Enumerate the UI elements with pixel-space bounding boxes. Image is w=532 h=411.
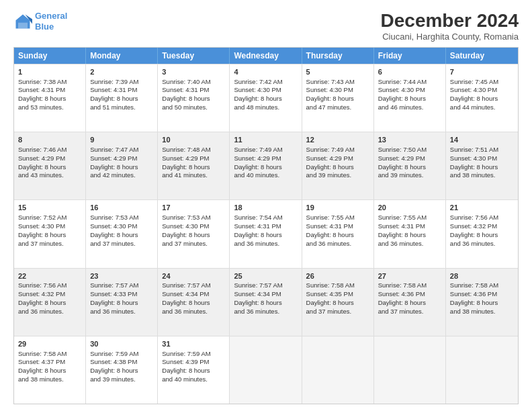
- day-info-line: Daylight: 8 hours: [234, 95, 297, 103]
- week-row-5: 29Sunrise: 7:58 AMSunset: 4:37 PMDayligh…: [14, 336, 518, 404]
- header-day-friday: Friday: [374, 48, 446, 64]
- day-number: 28: [450, 271, 514, 281]
- day-info-line: Sunrise: 7:43 AM: [306, 78, 369, 87]
- day-info-line: Daylight: 8 hours: [90, 163, 153, 172]
- day-info-line: and 42 minutes.: [90, 171, 153, 180]
- day-info-line: Sunrise: 7:53 AM: [162, 214, 225, 222]
- calendar-header: SundayMondayTuesdayWednesdayThursdayFrid…: [14, 48, 518, 64]
- header-day-tuesday: Tuesday: [158, 48, 230, 64]
- day-number: 19: [306, 203, 369, 213]
- day-number: 16: [90, 203, 153, 213]
- main-title: December 2024: [381, 11, 519, 32]
- cal-cell-20: 20Sunrise: 7:55 AMSunset: 4:31 PMDayligh…: [374, 200, 446, 267]
- day-info-line: Daylight: 8 hours: [450, 299, 514, 308]
- day-info-line: Daylight: 8 hours: [162, 163, 225, 172]
- day-info-line: Daylight: 8 hours: [90, 299, 153, 308]
- header-day-sunday: Sunday: [14, 48, 86, 64]
- day-number: 6: [378, 67, 441, 77]
- day-info-line: and 37 minutes.: [378, 308, 441, 316]
- day-info-line: Sunset: 4:34 PM: [234, 290, 297, 299]
- cal-cell-empty-5: [374, 336, 446, 404]
- cal-cell-19: 19Sunrise: 7:55 AMSunset: 4:31 PMDayligh…: [302, 200, 374, 267]
- day-info-line: Sunset: 4:29 PM: [378, 154, 441, 163]
- day-info-line: Sunrise: 7:59 AM: [162, 350, 225, 359]
- day-info-line: and 43 minutes.: [18, 171, 81, 180]
- day-info-line: Sunrise: 7:54 AM: [234, 214, 297, 222]
- cal-cell-3: 3Sunrise: 7:40 AMSunset: 4:31 PMDaylight…: [158, 64, 230, 132]
- day-info-line: Daylight: 8 hours: [90, 231, 153, 240]
- day-number: 29: [18, 339, 81, 349]
- cal-cell-28: 28Sunrise: 7:58 AMSunset: 4:36 PMDayligh…: [446, 269, 518, 336]
- day-info-line: Sunrise: 7:51 AM: [450, 146, 514, 154]
- day-info-line: Daylight: 8 hours: [234, 163, 297, 172]
- day-info-line: and 39 minutes.: [90, 375, 153, 384]
- cal-cell-empty-4: [302, 336, 374, 404]
- day-info-line: Daylight: 8 hours: [234, 299, 297, 308]
- cal-cell-21: 21Sunrise: 7:56 AMSunset: 4:32 PMDayligh…: [446, 200, 518, 267]
- day-info-line: Daylight: 8 hours: [90, 95, 153, 103]
- day-info-line: Sunrise: 7:50 AM: [378, 146, 441, 154]
- header-day-wednesday: Wednesday: [230, 48, 302, 64]
- day-info-line: Sunset: 4:30 PM: [90, 222, 153, 231]
- day-info-line: Daylight: 8 hours: [450, 231, 514, 240]
- day-info-line: and 38 minutes.: [450, 171, 514, 180]
- day-info-line: Daylight: 8 hours: [306, 163, 369, 172]
- day-info-line: Sunrise: 7:53 AM: [90, 214, 153, 222]
- day-number: 9: [90, 135, 153, 145]
- day-info-line: and 38 minutes.: [18, 375, 81, 384]
- day-info-line: Daylight: 8 hours: [306, 299, 369, 308]
- cal-cell-12: 12Sunrise: 7:49 AMSunset: 4:29 PMDayligh…: [302, 132, 374, 199]
- day-number: 21: [450, 203, 514, 213]
- day-info-line: and 48 minutes.: [234, 103, 297, 112]
- day-number: 3: [162, 67, 225, 77]
- logo-general: General: [35, 11, 67, 21]
- day-info-line: Sunrise: 7:57 AM: [162, 281, 225, 290]
- day-number: 24: [162, 271, 225, 281]
- day-info-line: Daylight: 8 hours: [378, 299, 441, 308]
- header-day-monday: Monday: [86, 48, 158, 64]
- cal-cell-26: 26Sunrise: 7:58 AMSunset: 4:35 PMDayligh…: [302, 269, 374, 336]
- cal-cell-15: 15Sunrise: 7:52 AMSunset: 4:30 PMDayligh…: [14, 200, 86, 267]
- day-info-line: Daylight: 8 hours: [18, 95, 81, 103]
- cal-cell-14: 14Sunrise: 7:51 AMSunset: 4:30 PMDayligh…: [446, 132, 518, 199]
- day-info-line: Sunset: 4:30 PM: [162, 222, 225, 231]
- day-info-line: Sunset: 4:30 PM: [18, 222, 81, 231]
- cal-cell-18: 18Sunrise: 7:54 AMSunset: 4:31 PMDayligh…: [230, 200, 302, 267]
- day-info-line: Sunset: 4:36 PM: [378, 290, 441, 299]
- day-info-line: Daylight: 8 hours: [162, 95, 225, 103]
- cal-cell-10: 10Sunrise: 7:48 AMSunset: 4:29 PMDayligh…: [158, 132, 230, 199]
- day-info-line: Sunset: 4:29 PM: [306, 154, 369, 163]
- day-info-line: Sunrise: 7:55 AM: [306, 214, 369, 222]
- cal-cell-24: 24Sunrise: 7:57 AMSunset: 4:34 PMDayligh…: [158, 269, 230, 336]
- day-info-line: Daylight: 8 hours: [18, 163, 81, 172]
- day-info-line: Sunset: 4:32 PM: [18, 290, 81, 299]
- day-info-line: Sunrise: 7:55 AM: [378, 214, 441, 222]
- day-info-line: Sunrise: 7:40 AM: [162, 78, 225, 87]
- day-info-line: Sunrise: 7:45 AM: [450, 78, 514, 87]
- day-info-line: Sunset: 4:31 PM: [18, 86, 81, 95]
- day-info-line: Sunrise: 7:58 AM: [450, 281, 514, 290]
- cal-cell-empty-3: [230, 336, 302, 404]
- cal-cell-1: 1Sunrise: 7:38 AMSunset: 4:31 PMDaylight…: [14, 64, 86, 132]
- day-info-line: and 53 minutes.: [18, 103, 81, 112]
- day-number: 31: [162, 339, 225, 349]
- day-info-line: and 37 minutes.: [306, 308, 369, 316]
- week-row-2: 8Sunrise: 7:46 AMSunset: 4:29 PMDaylight…: [14, 132, 518, 199]
- day-number: 2: [90, 67, 153, 77]
- day-number: 1: [18, 67, 81, 77]
- day-number: 10: [162, 135, 225, 145]
- day-info-line: Sunrise: 7:59 AM: [90, 350, 153, 359]
- day-info-line: Sunrise: 7:57 AM: [234, 281, 297, 290]
- day-info-line: and 36 minutes.: [306, 240, 369, 248]
- page: General Blue December 2024 Ciucani, Harg…: [0, 0, 532, 411]
- calendar: SundayMondayTuesdayWednesdayThursdayFrid…: [13, 47, 519, 404]
- day-info-line: and 36 minutes.: [234, 308, 297, 316]
- week-row-4: 22Sunrise: 7:56 AMSunset: 4:32 PMDayligh…: [14, 268, 518, 336]
- day-info-line: Daylight: 8 hours: [378, 95, 441, 103]
- day-number: 18: [234, 203, 297, 213]
- day-info-line: and 39 minutes.: [306, 171, 369, 180]
- cal-cell-29: 29Sunrise: 7:58 AMSunset: 4:37 PMDayligh…: [14, 336, 86, 404]
- day-info-line: Sunset: 4:30 PM: [378, 86, 441, 95]
- day-info-line: Sunset: 4:35 PM: [306, 290, 369, 299]
- day-number: 26: [306, 271, 369, 281]
